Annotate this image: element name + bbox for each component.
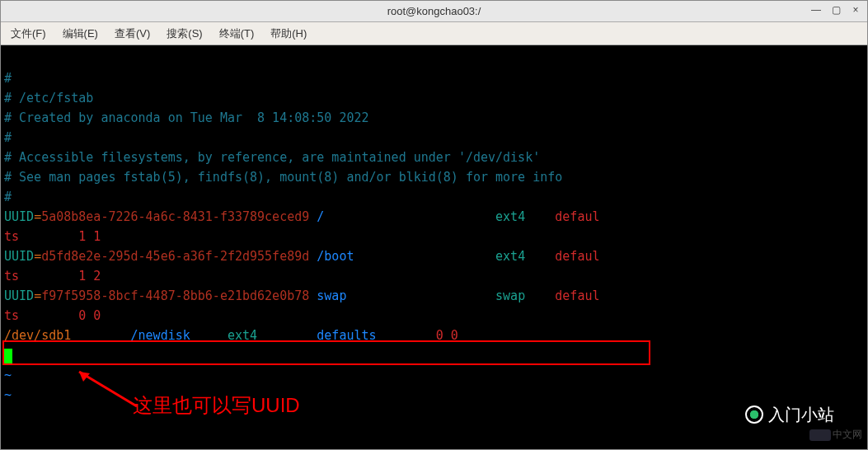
uuid-key: UUID (4, 288, 34, 303)
menu-search[interactable]: 搜索(S) (163, 25, 205, 43)
close-button[interactable]: × (849, 3, 862, 16)
fs-type: ext4 (495, 209, 525, 224)
mount-point: / (317, 209, 324, 224)
mount-point: swap (317, 288, 346, 303)
fs-type: swap (495, 288, 525, 303)
menu-terminal[interactable]: 终端(T) (216, 25, 258, 43)
comment-line: # (4, 128, 864, 148)
fstab-entry: UUID=d5fd8e2e-295d-45e6-a36f-2f2d955fe89… (4, 246, 864, 266)
watermark-text: 入门小站 (768, 401, 834, 428)
maximize-button[interactable]: ▢ (829, 3, 842, 16)
php-logo-icon (809, 429, 831, 441)
uuid-value: d5fd8e2e-295d-45e6-a36f-2f2d955fe89d (41, 249, 309, 264)
fstab-entry-wrap: ts 1 2 (4, 266, 864, 286)
uuid-value: 5a08b8ea-7226-4a6c-8431-f33789ceced9 (41, 209, 309, 224)
options-head: defaul (555, 288, 599, 303)
device-path: /dev/sdb1 (4, 328, 71, 343)
menu-view[interactable]: 查看(V) (111, 25, 153, 43)
fs-type: ext4 (495, 249, 525, 264)
options-head: defaul (555, 209, 599, 224)
window-controls: — ▢ × (809, 3, 862, 16)
dump-pass: 1 1 (78, 229, 101, 244)
window-title: root@kongchao03:/ (387, 5, 481, 17)
fs-type: ext4 (228, 328, 257, 343)
annotation-text: 这里也可以写UUID (133, 390, 300, 421)
options: defaults (317, 328, 376, 343)
vim-tilde: ~ (4, 365, 864, 385)
dump-pass: 0 0 (436, 328, 458, 343)
terminal-window: root@kongchao03:/ — ▢ × 文件(F) 编辑(E) 查看(V… (0, 0, 868, 450)
options-tail: ts (4, 229, 19, 244)
blank-line (4, 49, 864, 68)
comment-line: # Accessible filesystems, by reference, … (4, 148, 864, 167)
dump-pass: 0 0 (78, 308, 101, 323)
menu-help[interactable]: 帮助(H) (267, 25, 310, 43)
fstab-entry-wrap: ts 0 0 (4, 306, 864, 326)
fstab-entry: UUID=f97f5958-8bcf-4487-8bb6-e21bd62e0b7… (4, 286, 864, 306)
menu-edit[interactable]: 编辑(E) (59, 25, 101, 43)
options-head: defaul (555, 249, 599, 264)
comment-line: # See man pages fstab(5), findfs(8), mou… (4, 167, 864, 187)
fstab-new-entry: /dev/sdb1 /newdisk ext4 defaults 0 0 (4, 326, 864, 345)
uuid-key: UUID (4, 209, 34, 224)
uuid-value: f97f5958-8bcf-4487-8bb6-e21bd62e0b78 (41, 288, 309, 303)
dump-pass: 1 2 (78, 269, 101, 284)
comment-line: # /etc/fstab (4, 88, 864, 108)
menubar: 文件(F) 编辑(E) 查看(V) 搜索(S) 终端(T) 帮助(H) (1, 22, 867, 45)
minimize-button[interactable]: — (809, 3, 823, 16)
mount-point: /newdisk (131, 328, 190, 343)
watermark-logo: 入门小站 (745, 401, 834, 428)
terminal-content[interactable]: # # /etc/fstab # Created by anaconda on … (1, 45, 867, 449)
cursor (4, 349, 12, 363)
logo-icon (745, 405, 763, 424)
titlebar[interactable]: root@kongchao03:/ — ▢ × (1, 1, 867, 22)
fstab-entry: UUID=5a08b8ea-7226-4a6c-8431-f33789ceced… (4, 207, 864, 227)
watermark-text-2: 中文网 (833, 429, 862, 440)
mount-point: /boot (317, 249, 354, 264)
cursor-line (4, 345, 864, 365)
fstab-entry-wrap: ts 1 1 (4, 227, 864, 246)
watermark-secondary: 中文网 (809, 427, 862, 443)
comment-line: # Created by anaconda on Tue Mar 8 14:08… (4, 108, 864, 128)
options-tail: ts (4, 269, 19, 284)
comment-line: # (4, 187, 864, 207)
menu-file[interactable]: 文件(F) (7, 25, 49, 43)
options-tail: ts (4, 308, 19, 323)
comment-line: # (4, 68, 864, 88)
uuid-key: UUID (4, 249, 34, 264)
